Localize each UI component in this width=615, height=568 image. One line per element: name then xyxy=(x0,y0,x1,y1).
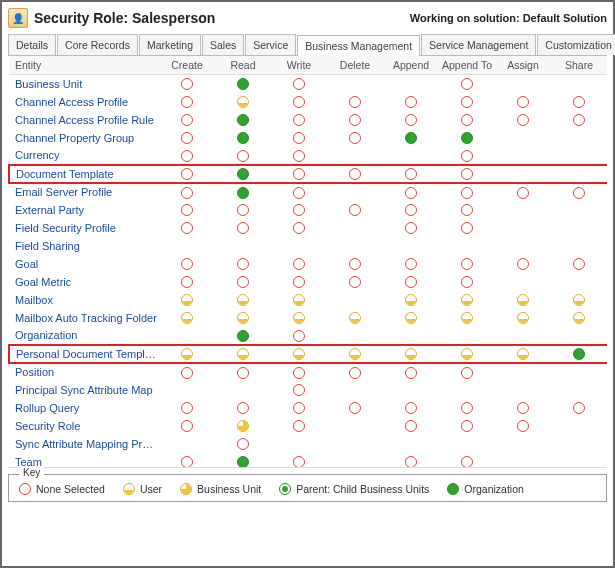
privilege-cell[interactable] xyxy=(551,93,607,111)
privilege-none-icon[interactable] xyxy=(405,402,417,414)
privilege-user-icon[interactable] xyxy=(293,312,305,324)
privilege-cell[interactable] xyxy=(439,201,495,219)
entity-link[interactable]: Field Sharing xyxy=(9,237,159,255)
privilege-user-icon[interactable] xyxy=(461,348,473,360)
privilege-cell[interactable] xyxy=(327,183,383,201)
privilege-none-icon[interactable] xyxy=(293,150,305,162)
privilege-cell[interactable] xyxy=(327,417,383,435)
privilege-cell[interactable] xyxy=(271,111,327,129)
privilege-cell[interactable] xyxy=(495,345,551,363)
privilege-cell[interactable] xyxy=(215,327,271,345)
privilege-none-icon[interactable] xyxy=(237,438,249,450)
privilege-cell[interactable] xyxy=(551,183,607,201)
privilege-none-icon[interactable] xyxy=(349,258,361,270)
privilege-none-icon[interactable] xyxy=(293,168,305,180)
privilege-cell[interactable] xyxy=(327,237,383,255)
privilege-cell[interactable] xyxy=(159,417,215,435)
privilege-none-icon[interactable] xyxy=(461,96,473,108)
privilege-org-icon[interactable] xyxy=(405,132,417,144)
privilege-cell[interactable] xyxy=(159,255,215,273)
privilege-cell[interactable] xyxy=(327,453,383,468)
privilege-none-icon[interactable] xyxy=(237,204,249,216)
privilege-cell[interactable] xyxy=(327,291,383,309)
entity-link[interactable]: Goal Metric xyxy=(9,273,159,291)
privilege-user-icon[interactable] xyxy=(461,312,473,324)
privilege-cell[interactable] xyxy=(383,75,439,93)
privilege-cell[interactable] xyxy=(271,219,327,237)
privilege-user-icon[interactable] xyxy=(237,96,249,108)
privilege-none-icon[interactable] xyxy=(461,150,473,162)
privilege-none-icon[interactable] xyxy=(293,258,305,270)
privilege-none-icon[interactable] xyxy=(181,150,193,162)
privilege-cell[interactable] xyxy=(215,255,271,273)
privilege-cell[interactable] xyxy=(327,255,383,273)
privilege-cell[interactable] xyxy=(439,255,495,273)
privilege-none-icon[interactable] xyxy=(349,367,361,379)
privilege-cell[interactable] xyxy=(159,327,215,345)
privilege-cell[interactable] xyxy=(271,309,327,327)
privilege-org-icon[interactable] xyxy=(237,330,249,342)
privilege-cell[interactable] xyxy=(495,111,551,129)
privilege-cell[interactable] xyxy=(551,363,607,381)
privilege-cell[interactable] xyxy=(327,147,383,165)
privilege-cell[interactable] xyxy=(495,255,551,273)
privilege-cell[interactable] xyxy=(495,309,551,327)
tab-service[interactable]: Service xyxy=(245,34,296,55)
privilege-cell[interactable] xyxy=(327,75,383,93)
privilege-user-icon[interactable] xyxy=(349,312,361,324)
privilege-cell[interactable] xyxy=(383,417,439,435)
privilege-cell[interactable] xyxy=(383,327,439,345)
privilege-cell[interactable] xyxy=(159,201,215,219)
privilege-none-icon[interactable] xyxy=(181,187,193,199)
privilege-cell[interactable] xyxy=(383,399,439,417)
privilege-cell[interactable] xyxy=(215,453,271,468)
privilege-cell[interactable] xyxy=(215,75,271,93)
privilege-cell[interactable] xyxy=(215,111,271,129)
privilege-none-icon[interactable] xyxy=(293,384,305,396)
privilege-cell[interactable] xyxy=(439,399,495,417)
entity-link[interactable]: Channel Access Profile Rule xyxy=(9,111,159,129)
privilege-cell[interactable] xyxy=(551,201,607,219)
privilege-none-icon[interactable] xyxy=(237,222,249,234)
privilege-none-icon[interactable] xyxy=(405,96,417,108)
privilege-none-icon[interactable] xyxy=(181,222,193,234)
privilege-cell[interactable] xyxy=(271,237,327,255)
entity-link[interactable]: Mailbox Auto Tracking Folder xyxy=(9,309,159,327)
entity-link[interactable]: Channel Property Group xyxy=(9,129,159,147)
privilege-none-icon[interactable] xyxy=(517,402,529,414)
privilege-none-icon[interactable] xyxy=(461,276,473,288)
privilege-user-icon[interactable] xyxy=(237,312,249,324)
privilege-cell[interactable] xyxy=(551,75,607,93)
privilege-none-icon[interactable] xyxy=(461,456,473,468)
privilege-none-icon[interactable] xyxy=(349,168,361,180)
privilege-cell[interactable] xyxy=(495,453,551,468)
privilege-org-icon[interactable] xyxy=(237,78,249,90)
privilege-cell[interactable] xyxy=(383,435,439,453)
privilege-none-icon[interactable] xyxy=(461,222,473,234)
privilege-cell[interactable] xyxy=(439,165,495,183)
entity-link[interactable]: External Party xyxy=(9,201,159,219)
privilege-cell[interactable] xyxy=(439,273,495,291)
privilege-cell[interactable] xyxy=(439,363,495,381)
privilege-cell[interactable] xyxy=(159,111,215,129)
privilege-cell[interactable] xyxy=(215,291,271,309)
privilege-cell[interactable] xyxy=(159,309,215,327)
privilege-none-icon[interactable] xyxy=(293,367,305,379)
privilege-none-icon[interactable] xyxy=(461,168,473,180)
privilege-cell[interactable] xyxy=(439,237,495,255)
privilege-cell[interactable] xyxy=(271,453,327,468)
privilege-cell[interactable] xyxy=(551,309,607,327)
privilege-none-icon[interactable] xyxy=(237,150,249,162)
privilege-cell[interactable] xyxy=(551,453,607,468)
privilege-cell[interactable] xyxy=(551,165,607,183)
privilege-cell[interactable] xyxy=(551,237,607,255)
privilege-none-icon[interactable] xyxy=(293,330,305,342)
privilege-cell[interactable] xyxy=(439,291,495,309)
privilege-none-icon[interactable] xyxy=(405,187,417,199)
privilege-none-icon[interactable] xyxy=(349,114,361,126)
privilege-cell[interactable] xyxy=(383,147,439,165)
privilege-cell[interactable] xyxy=(551,273,607,291)
privilege-none-icon[interactable] xyxy=(181,168,193,180)
privilege-cell[interactable] xyxy=(495,417,551,435)
privilege-cell[interactable] xyxy=(439,147,495,165)
